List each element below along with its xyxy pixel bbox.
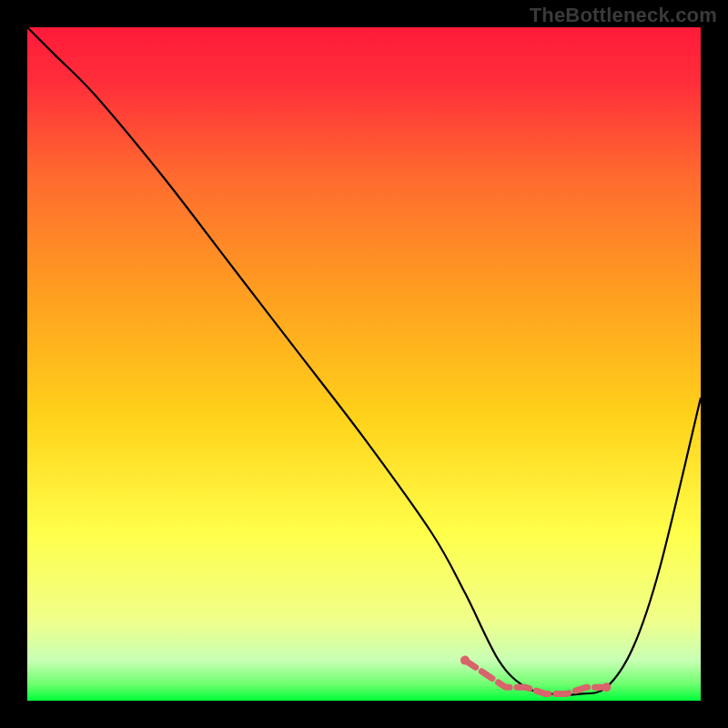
chart-container: { "watermark": "TheBottleneck.com", "col… xyxy=(0,0,728,728)
watermark-text: TheBottleneck.com xyxy=(530,4,717,27)
chart-svg xyxy=(27,27,701,701)
svg-point-1 xyxy=(602,682,611,692)
svg-point-0 xyxy=(460,656,470,665)
gradient-background xyxy=(27,27,701,701)
plot-area xyxy=(27,27,701,701)
